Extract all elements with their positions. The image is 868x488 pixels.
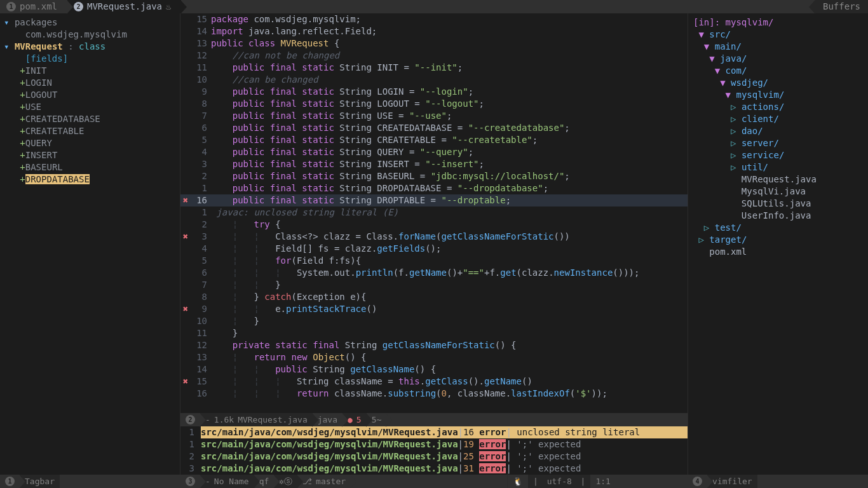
code-line[interactable]: 16 ¦ ¦ ¦ return className.substring(0, c… [180, 388, 688, 400]
code-line[interactable]: ✖3 ¦ ¦ Class<?> clazz = Class.forName(ge… [180, 231, 688, 243]
code-line[interactable]: 6 public final static String CREATEDATAB… [180, 122, 688, 134]
code-line[interactable]: 10 //can be changed [180, 74, 688, 86]
outline-field-init[interactable]: +INIT [0, 65, 180, 77]
code-text[interactable]: package com.wsdjeg.mysqlvim; [211, 13, 688, 25]
code-line[interactable]: 8 public final static String LOGOUT = "-… [180, 98, 688, 110]
code-line[interactable]: 9 public final static String LOGIN = "--… [180, 86, 688, 98]
outline-package-name[interactable]: com.wsdjeg.mysqlvim [0, 29, 180, 41]
filetree-dir[interactable]: ▼ java/ [688, 53, 868, 65]
code-text[interactable]: ¦ ¦ Class<?> clazz = Class.forName(getCl… [211, 231, 688, 243]
filetree-dir[interactable]: ▷ target/ [688, 234, 868, 246]
code-text[interactable]: public final static String CREATETABLE =… [211, 134, 688, 146]
outline-field-createdatabase[interactable]: +CREATEDATABASE [0, 113, 180, 125]
code-text[interactable]: public class MVRequest { [211, 37, 688, 50]
code-text[interactable]: ¦ ¦ for(Field f:fs){ [211, 255, 688, 267]
code-text[interactable]: ¦ return new Object() { [211, 351, 688, 363]
code-text[interactable]: public final static String USE = "--use"… [211, 110, 688, 122]
code-text[interactable]: import java.lang.reflect.Field; [211, 25, 688, 37]
filetree-dir[interactable]: ▼ mysqlvim/ [688, 89, 868, 101]
filetree-dir[interactable]: ▼ wsdjeg/ [688, 77, 868, 89]
code-line[interactable]: 4 ¦ ¦ Field[] fs = clazz.getFields(); [180, 243, 688, 255]
tab-pom[interactable]: 1 pom.xml [0, 0, 67, 13]
quickfix-entry[interactable]: 1src/main/java/com/wsdjeg/mysqlvim/MVReq… [180, 426, 688, 438]
code-line[interactable]: 2 ¦ try { [180, 219, 688, 231]
code-line[interactable]: 12 private static final String getClassN… [180, 339, 688, 351]
code-text[interactable]: ¦ ¦ public String getClassName() { [211, 363, 688, 376]
filetree-dir[interactable]: ▼ main/ [688, 41, 868, 53]
outline-fields-section[interactable]: [fields] [0, 53, 180, 65]
code-text[interactable]: //can not be changed [211, 50, 688, 62]
filetree-dir[interactable]: ▷ client/ [688, 113, 868, 125]
outline-field-query[interactable]: +QUERY [0, 137, 180, 149]
filetree-dir[interactable]: ▷ dao/ [688, 125, 868, 137]
quickfix-list[interactable]: 1src/main/java/com/wsdjeg/mysqlvim/MVReq… [180, 426, 688, 475]
code-text[interactable]: ¦ } [211, 315, 688, 327]
filetree-dir[interactable]: ▷ util/ [688, 161, 868, 173]
filetree-file[interactable]: MVRequest.java [688, 173, 868, 186]
code-line[interactable]: 10 ¦ } [180, 315, 688, 327]
code-line[interactable]: 12 //can not be changed [180, 50, 688, 62]
code-text[interactable]: public final static String BASEURL = "jd… [211, 170, 688, 182]
filetree-file[interactable]: pom.xml [688, 246, 868, 258]
quickfix-entry[interactable]: 1src/main/java/com/wsdjeg/mysqlvim/MVReq… [180, 438, 688, 451]
code-text[interactable]: ¦ ¦ ¦ return className.substring(0, clas… [211, 388, 688, 400]
code-line[interactable]: ✖9 ¦ ¦ e.printStackTrace() [180, 303, 688, 315]
outline-field-login[interactable]: +LOGIN [0, 77, 180, 89]
code-line[interactable]: 8 ¦ } catch(Exception e){ [180, 291, 688, 303]
filetree-file[interactable]: MysqlVi.java [688, 186, 868, 198]
outline-field-createtable[interactable]: +CREATETABLE [0, 125, 180, 137]
code-text[interactable]: public final static String INIT = "--ini… [211, 62, 688, 74]
code-line[interactable]: 11 public final static String INIT = "--… [180, 62, 688, 74]
filetree-dir[interactable]: ▷ test/ [688, 222, 868, 234]
filetree-dir[interactable]: ▷ service/ [688, 149, 868, 161]
code-line[interactable]: 6 ¦ ¦ ¦ System.out.println(f.getName()+"… [180, 267, 688, 279]
code-line[interactable]: 1 javac: unclosed string literal (E) [180, 207, 688, 219]
code-line[interactable]: ✖16 public final static String DROPTABLE… [180, 194, 688, 207]
code-line[interactable]: ✖15 ¦ ¦ ¦ String className = this.getCla… [180, 376, 688, 388]
code-text[interactable]: javac: unclosed string literal (E) [211, 207, 688, 219]
filetree-file[interactable]: SQLUtils.java [688, 198, 868, 210]
filetree-dir[interactable]: ▷ server/ [688, 137, 868, 149]
code-text[interactable]: public final static String LOGIN = "--lo… [211, 86, 688, 98]
filetree-dir[interactable]: ▼ src/ [688, 29, 868, 41]
code-text[interactable]: public final static String INSERT = "--i… [211, 158, 688, 170]
code-text[interactable]: public final static String LOGOUT = "--l… [211, 98, 688, 110]
outline-packages[interactable]: ▾ packages [0, 17, 180, 29]
code-line[interactable]: 5 ¦ ¦ for(Field f:fs){ [180, 255, 688, 267]
outline-field-dropdatabase[interactable]: +DROPDATABASE [0, 173, 180, 186]
filetree-dir[interactable]: ▼ com/ [688, 65, 868, 77]
code-text[interactable]: ¦ ¦ } [211, 279, 688, 291]
code-line[interactable]: 15package com.wsdjeg.mysqlvim; [180, 13, 688, 25]
code-text[interactable]: public final static String QUERY = "--qu… [211, 146, 688, 158]
outline-field-logout[interactable]: +LOGOUT [0, 89, 180, 101]
filetree-root[interactable]: [in]: mysqlvim/ [688, 17, 868, 29]
code-line[interactable]: 5 public final static String CREATETABLE… [180, 134, 688, 146]
filetree-file[interactable]: UserInfo.java [688, 210, 868, 222]
code-line[interactable]: 1 public final static String DROPDATABAS… [180, 182, 688, 194]
code-text[interactable]: //can be changed [211, 74, 688, 86]
code-text[interactable]: ¦ ¦ e.printStackTrace() [211, 303, 688, 315]
code-line[interactable]: 3 public final static String INSERT = "-… [180, 158, 688, 170]
code-text[interactable]: ¦ } catch(Exception e){ [211, 291, 688, 303]
tab-mvrequest[interactable]: 2 MVRequest.java ♨ [67, 0, 181, 13]
code-text[interactable]: public final static String DROPDATABASE … [211, 182, 688, 194]
outline-field-use[interactable]: +USE [0, 101, 180, 113]
outline-class[interactable]: ▾ MVRequest : class [0, 41, 180, 53]
code-line[interactable]: 14import java.lang.reflect.Field; [180, 25, 688, 37]
code-text[interactable]: ¦ ¦ ¦ System.out.println(f.getName()+"==… [211, 267, 688, 279]
code-text[interactable]: public final static String CREATEDATABAS… [211, 122, 688, 134]
code-text[interactable]: ¦ try { [211, 219, 688, 231]
code-line[interactable]: 7 public final static String USE = "--us… [180, 110, 688, 122]
code-area[interactable]: 15package com.wsdjeg.mysqlvim;14import j… [180, 13, 688, 413]
code-line[interactable]: 11 } [180, 327, 688, 339]
code-text[interactable]: ¦ ¦ ¦ String className = this.getClass()… [211, 376, 688, 388]
code-text[interactable]: public final static String DROPTABLE = "… [211, 194, 688, 207]
filetree-dir[interactable]: ▷ actions/ [688, 101, 868, 113]
outline-field-baseurl[interactable]: +BASEURL [0, 161, 180, 173]
code-line[interactable]: 7 ¦ ¦ } [180, 279, 688, 291]
quickfix-entry[interactable]: 2src/main/java/com/wsdjeg/mysqlvim/MVReq… [180, 451, 688, 463]
code-text[interactable]: } [211, 327, 688, 339]
code-line[interactable]: 4 public final static String QUERY = "--… [180, 146, 688, 158]
code-line[interactable]: 14 ¦ ¦ public String getClassName() { [180, 363, 688, 376]
code-line[interactable]: 13 ¦ return new Object() { [180, 351, 688, 363]
